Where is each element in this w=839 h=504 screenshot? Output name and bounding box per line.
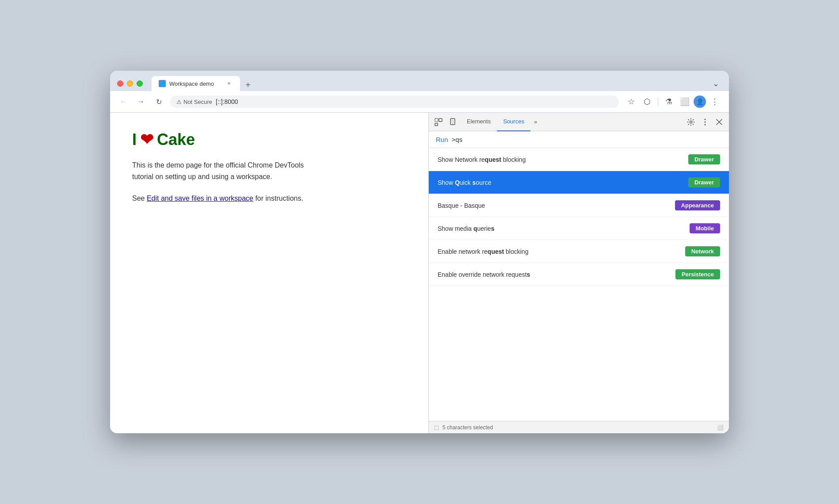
tab-title: Workspace demo [169,80,221,87]
title-cake: Cake [157,130,195,149]
browser-actions: ☆ ⬡ ⚗ ⬜ 👤 ⋮ [624,95,722,109]
tab-close-button[interactable]: × [225,80,233,88]
svg-rect-1 [439,118,442,122]
lab-button[interactable]: ⚗ [662,95,676,109]
heart-emoji: ❤ [140,130,153,149]
main-content: I ❤ Cake This is the demo page for the o… [110,113,729,433]
menu-button[interactable]: ⋮ [708,95,722,109]
description-text: This is the demo page for the official C… [132,161,304,180]
forward-button[interactable]: → [135,95,147,108]
url-bar[interactable]: ⚠ Not Secure [::]:8000 [170,95,619,108]
svg-rect-4 [451,119,454,123]
devtools-tabs: Elements Sources » [461,113,683,131]
status-icon: ⬚ [434,424,439,431]
run-label: Run [436,136,448,143]
devtools-close-button[interactable] [713,116,725,128]
element-picker-button[interactable] [432,116,445,128]
warning-icon: ⚠ [176,99,182,105]
page-see-also: See Edit and save files in a workspace f… [132,193,327,204]
traffic-lights [117,80,143,87]
after-link-text: for instructions. [253,195,303,202]
command-run-bar: Run >qs [429,131,729,148]
profile-icon: 👤 [696,98,704,105]
devtools-actions [685,116,725,128]
maximize-window-button[interactable] [137,80,143,87]
tab-sources[interactable]: Sources [497,113,530,131]
reload-button[interactable]: ↻ [153,95,165,108]
address-bar: ← → ↻ ⚠ Not Secure [::]:8000 ☆ ⬡ ⚗ ⬜ 👤 ⋮ [110,91,729,113]
command-item-media-queries[interactable]: Show media queries Mobile [429,217,729,240]
command-text-3: Basque - Basque [438,202,485,209]
extension-button[interactable]: ⬡ [640,95,654,109]
command-badge-6: Persistence [675,269,720,279]
devtools-status-bar: ⬚ 5 characters selected ⬜ [429,421,729,433]
command-badge-3: Appearance [675,200,720,210]
command-badge-2: Drawer [688,177,720,187]
not-secure-indicator: ⚠ Not Secure [176,99,212,105]
minimize-window-button[interactable] [127,80,133,87]
split-button[interactable]: ⬜ [678,95,692,109]
command-list: Show Network request blocking Drawer Sho… [429,148,729,421]
new-tab-button[interactable]: + [242,79,254,91]
command-text-1: Show Network request blocking [438,156,526,163]
page-description: This is the demo page for the official C… [132,160,327,182]
devtools-toolbar: Elements Sources » [429,113,729,131]
command-item-quick-source[interactable]: Show Quick source Drawer [429,171,729,194]
status-right-icon: ⬜ [717,424,724,431]
command-text-5: Enable network request blocking [438,248,528,255]
svg-point-6 [705,118,706,120]
bookmark-button[interactable]: ☆ [624,95,638,109]
run-query: >qs [452,136,463,143]
svg-point-8 [705,124,706,125]
command-badge-4: Mobile [690,223,720,233]
tab-more-button[interactable]: » [530,113,541,131]
devtools-kebab-button[interactable] [699,116,711,128]
command-item-enable-network[interactable]: Enable network request blocking Network [429,240,729,263]
devtools-panel: Elements Sources » [428,113,729,433]
command-text-4: Show media queries [438,225,494,232]
command-item-network-blocking[interactable]: Show Network request blocking Drawer [429,148,729,171]
back-button[interactable]: ← [117,95,130,108]
command-text-2: Show Quick source [438,179,491,186]
tab-elements[interactable]: Elements [461,113,497,131]
command-text-6: Enable override network requests [438,271,530,278]
workspace-link[interactable]: Edit and save files in a workspace [147,195,253,202]
tab-favicon: 🌐 [159,80,166,87]
status-right: ⬜ [717,424,724,431]
browser-tab[interactable]: 🌐 Workspace demo × [152,76,240,91]
close-window-button[interactable] [117,80,123,87]
page-title: I ❤ Cake [132,130,406,149]
profile-button[interactable]: 👤 [694,95,706,108]
svg-point-7 [705,121,706,122]
command-item-override-network[interactable]: Enable override network requests Persist… [429,263,729,286]
url-text: [::]:8000 [216,98,238,105]
command-badge-1: Drawer [688,154,720,164]
svg-rect-0 [435,118,438,122]
tab-menu-button[interactable]: ⌄ [709,77,722,90]
not-secure-label: Not Secure [183,99,212,105]
tab-sources-label: Sources [503,118,524,125]
tab-elements-label: Elements [467,118,491,125]
devtools-settings-button[interactable] [685,116,697,128]
title-bar: 🌐 Workspace demo × + ⌄ [110,71,729,91]
svg-point-5 [690,121,692,123]
browser-window: 🌐 Workspace demo × + ⌄ ← → ↻ ⚠ Not Secur… [110,71,729,433]
command-item-basque[interactable]: Basque - Basque Appearance [429,194,729,217]
webpage-content: I ❤ Cake This is the demo page for the o… [110,113,428,433]
toolbar-divider [658,97,658,106]
device-toolbar-button[interactable] [446,116,459,128]
tab-bar: 🌐 Workspace demo × + [152,76,704,91]
svg-point-3 [452,123,453,124]
command-badge-5: Network [685,246,720,256]
title-i: I [132,130,137,149]
status-text: 5 characters selected [442,424,493,431]
